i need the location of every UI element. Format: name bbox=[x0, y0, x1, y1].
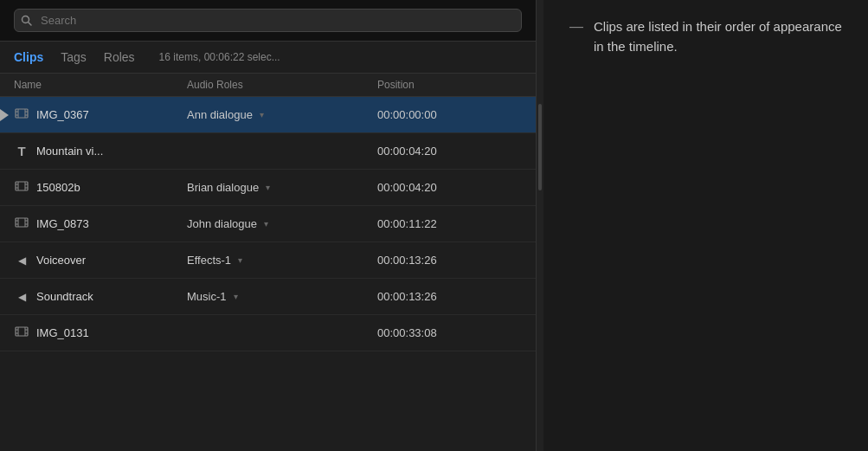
dropdown-chevron-icon[interactable]: ▾ bbox=[260, 110, 264, 119]
audio-role-value: Music-1 bbox=[187, 290, 227, 303]
position-cell: 00:00:04:20 bbox=[377, 181, 522, 194]
table-row[interactable]: IMG_0131 00:00:33:08 bbox=[0, 315, 536, 351]
table-row[interactable]: ◀ Soundtrack Music-1 ▾ 00:00:13:26 bbox=[0, 279, 536, 315]
column-header-position: Position bbox=[377, 79, 522, 91]
film-icon bbox=[14, 179, 29, 196]
tab-clips[interactable]: Clips bbox=[14, 48, 43, 66]
tab-roles[interactable]: Roles bbox=[104, 48, 135, 66]
audio-icon: ◀ bbox=[14, 291, 29, 303]
table-row[interactable]: IMG_0873 John dialogue ▾ 00:00:11:22 bbox=[0, 206, 536, 242]
row-name: Mountain vi... bbox=[36, 145, 103, 158]
row-name: Soundtrack bbox=[36, 290, 93, 303]
title-icon: T bbox=[14, 144, 29, 158]
column-header-audio-roles: Audio Roles bbox=[187, 79, 377, 91]
search-input[interactable] bbox=[14, 9, 522, 32]
row-name: IMG_0367 bbox=[36, 108, 89, 121]
audio-role-value: Brian dialogue bbox=[187, 181, 259, 194]
name-cell: IMG_0873 bbox=[14, 216, 187, 232]
position-cell: 00:00:04:20 bbox=[377, 145, 522, 158]
name-cell: IMG_0367 bbox=[14, 106, 187, 123]
svg-rect-2 bbox=[16, 109, 28, 118]
svg-rect-23 bbox=[16, 327, 28, 336]
tabs-bar: Clips Tags Roles 16 items, 00:06:22 sele… bbox=[0, 42, 536, 74]
svg-rect-9 bbox=[16, 182, 28, 190]
row-name: Voiceover bbox=[36, 254, 86, 267]
tab-tags[interactable]: Tags bbox=[61, 48, 87, 66]
position-cell: 00:00:13:26 bbox=[377, 290, 522, 303]
dropdown-chevron-icon[interactable]: ▾ bbox=[264, 219, 268, 229]
film-icon bbox=[14, 216, 29, 232]
dropdown-chevron-icon[interactable]: ▾ bbox=[234, 292, 238, 301]
audio-icon: ◀ bbox=[14, 254, 29, 267]
svg-rect-16 bbox=[16, 218, 28, 227]
audio-role-value: John dialogue bbox=[187, 217, 257, 230]
annotation-panel: — Clips are listed in their order of app… bbox=[543, 0, 868, 74]
audio-role-value: Ann dialogue bbox=[187, 108, 253, 121]
name-cell: IMG_0131 bbox=[14, 325, 187, 341]
audio-role-cell: Brian dialogue ▾ bbox=[187, 181, 377, 194]
film-icon bbox=[14, 325, 29, 341]
position-cell: 00:00:13:26 bbox=[377, 254, 522, 267]
audio-role-cell: Ann dialogue ▾ bbox=[187, 108, 377, 121]
table-body: IMG_0367 Ann dialogue ▾ 00:00:00:00 T Mo… bbox=[0, 97, 536, 451]
annotation-dash-icon: — bbox=[569, 19, 583, 35]
audio-role-cell: Effects-1 ▾ bbox=[187, 254, 377, 267]
name-cell: 150802b bbox=[14, 179, 187, 196]
table-row[interactable]: ◀ Voiceover Effects-1 ▾ 00:00:13:26 bbox=[0, 242, 536, 279]
annotation-text: Clips are listed in their order of appea… bbox=[594, 17, 842, 56]
name-cell: ◀ Voiceover bbox=[14, 254, 187, 267]
row-name: IMG_0873 bbox=[36, 217, 89, 230]
dropdown-chevron-icon[interactable]: ▾ bbox=[238, 255, 242, 265]
row-name: IMG_0131 bbox=[36, 326, 89, 339]
name-cell: T Mountain vi... bbox=[14, 144, 187, 158]
film-icon bbox=[14, 106, 29, 123]
right-panel: — Clips are listed in their order of app… bbox=[537, 0, 868, 451]
table-row[interactable]: T Mountain vi... 00:00:04:20 bbox=[0, 133, 536, 170]
dropdown-chevron-icon[interactable]: ▾ bbox=[266, 183, 270, 192]
tab-status: 16 items, 00:06:22 selec... bbox=[159, 51, 280, 63]
position-cell: 00:00:11:22 bbox=[377, 217, 522, 230]
audio-role-cell: Music-1 ▾ bbox=[187, 290, 377, 303]
table-row[interactable]: IMG_0367 Ann dialogue ▾ 00:00:00:00 bbox=[0, 97, 536, 133]
scrollbar[interactable] bbox=[537, 0, 543, 451]
name-cell: ◀ Soundtrack bbox=[14, 290, 187, 303]
audio-role-value: Effects-1 bbox=[187, 254, 231, 267]
audio-role-cell: John dialogue ▾ bbox=[187, 217, 377, 230]
annotation-line: — Clips are listed in their order of app… bbox=[569, 17, 842, 56]
position-cell: 00:00:33:08 bbox=[377, 326, 522, 339]
row-name: 150802b bbox=[36, 181, 80, 194]
table-row[interactable]: 150802b Brian dialogue ▾ 00:00:04:20 bbox=[0, 170, 536, 206]
search-bar bbox=[0, 0, 536, 42]
search-wrapper bbox=[14, 9, 522, 32]
table-header: Name Audio Roles Position bbox=[0, 74, 536, 97]
scroll-thumb bbox=[538, 104, 542, 190]
clips-panel: Clips Tags Roles 16 items, 00:06:22 sele… bbox=[0, 0, 537, 451]
column-header-name: Name bbox=[14, 79, 187, 91]
position-cell: 00:00:00:00 bbox=[377, 108, 522, 121]
playhead-indicator bbox=[0, 109, 9, 121]
